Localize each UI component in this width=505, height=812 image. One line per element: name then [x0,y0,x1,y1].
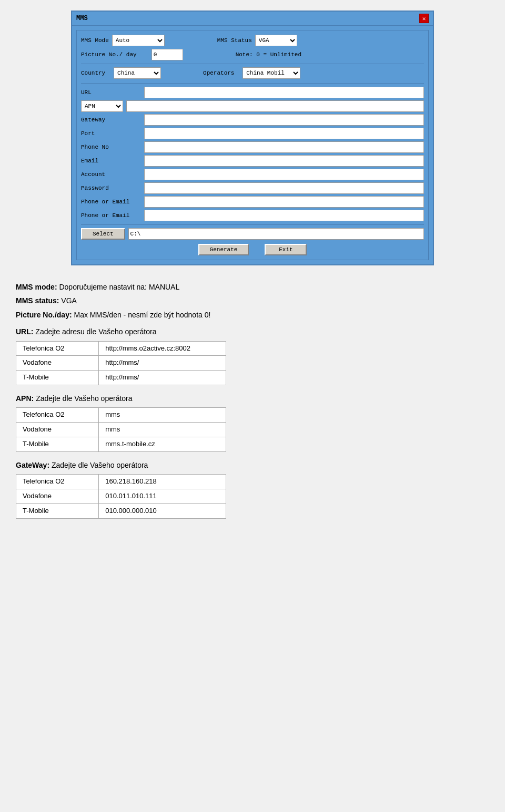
operators-label: Operators [203,70,234,76]
email-row: Email [81,155,424,167]
phone-email-row1: Phone or Email [81,196,424,208]
password-input[interactable] [144,182,424,194]
url-info-label: URL: [16,327,33,336]
apn-row: APN [81,100,424,112]
value-cell: 010.000.000.010 [99,503,226,518]
url-input[interactable] [144,87,424,98]
table-row: Telefonica O2160.218.160.218 [16,475,226,489]
mms-status-label: MMS Status [217,37,252,44]
title-bar: MMS ✕ [72,12,433,26]
phone-email-input1[interactable] [144,196,424,208]
apn-table: Telefonica O2mmsVodafonemmsT-Mobilemms.t… [16,407,226,451]
gateway-info-desc: Zadejte dle Vašeho operátora [52,461,148,469]
pic-no-input[interactable] [152,49,183,60]
value-cell: mms [99,423,226,437]
mms-status-info-label: MMS status: [16,296,59,305]
file-path-input[interactable] [128,228,424,240]
pic-day-info-heading: Picture No./day: Max MMS/den - nesmí zde… [16,309,489,321]
value-cell: mms [99,408,226,423]
country-group: Country China [81,67,161,79]
operators-select[interactable]: China Mobil [243,67,300,79]
country-row: Country China Operators China Mobil [81,67,424,79]
account-row: Account [81,169,424,180]
mms-dialog: MMS ✕ MMS Mode Auto Manual MMS Status [71,11,434,265]
gateway-input[interactable] [144,114,424,126]
mms-mode-select[interactable]: Auto Manual [112,35,165,46]
operator-cell: Vodafone [16,356,99,371]
table-row: Vodafonehttp://mms/ [16,356,226,371]
mms-content: MMS Mode Auto Manual MMS Status VGA QVGA [72,26,433,264]
port-input[interactable] [144,128,424,139]
mms-status-info-heading: MMS status: VGA [16,295,489,306]
mms-status-select[interactable]: VGA QVGA [255,35,297,46]
pic-day-info-desc: Max MMS/den - nesmí zde být hodnota 0! [74,311,210,319]
close-button[interactable]: ✕ [419,14,429,23]
country-label: Country [81,70,105,76]
note-text: Note: 0 = Unlimited [236,52,301,58]
apn-select[interactable]: APN [81,100,123,112]
operators-group: Operators China Mobil [203,67,300,79]
table-row: Vodafonemms [16,423,226,437]
mms-mode-info-desc: Doporučujeme nastavit na: MANUAL [59,283,179,291]
port-row: Port [81,128,424,139]
mms-mode-label: MMS Mode [81,37,109,44]
operator-cell: Telefonica O2 [16,341,99,356]
url-row: URL [81,87,424,98]
operator-cell: Telefonica O2 [16,408,99,423]
mms-mode-info-label: MMS mode: [16,283,57,291]
table-row: Telefonica O2http://mms.o2active.cz:8002 [16,341,226,356]
gateway-row: GateWay [81,114,424,126]
phone-email-input2[interactable] [144,210,424,221]
mms-mode-info-heading: MMS mode: Doporučujeme nastavit na: MANU… [16,281,489,293]
mms-mode-group: MMS Mode Auto Manual [81,35,165,46]
value-cell: http://mms/ [99,356,226,371]
info-section: MMS mode: Doporučujeme nastavit na: MANU… [5,276,500,531]
operator-cell: Vodafone [16,423,99,437]
operator-cell: T-Mobile [16,503,99,518]
value-cell: http://mms.o2active.cz:8002 [99,341,226,356]
mms-status-group: MMS Status VGA QVGA [217,35,297,46]
page-wrapper: MMS ✕ MMS Mode Auto Manual MMS Status [0,0,505,537]
apn-info-heading: APN: Zadejte dle Vašeho operátora [16,393,489,404]
account-input[interactable] [144,169,424,180]
bottom-btn-row: Generate Exit [81,244,424,255]
pic-day-info-label: Picture No./day: [16,311,72,319]
mms-status-info-desc: VGA [61,296,77,305]
mode-status-row: MMS Mode Auto Manual MMS Status VGA QVGA [81,35,424,46]
value-cell: http://mms/ [99,371,226,385]
value-cell: 160.218.160.218 [99,475,226,489]
apn-input[interactable] [126,100,424,112]
password-label: Password [81,185,144,191]
table-row: T-Mobilehttp://mms/ [16,371,226,385]
url-info-desc: Zadejte adresu dle Vašeho operátora [35,327,156,336]
port-label: Port [81,130,144,137]
operator-cell: T-Mobile [16,371,99,385]
country-select[interactable]: China [114,67,161,79]
file-row: Select [81,228,424,240]
email-input[interactable] [144,155,424,167]
url-label: URL [81,89,144,96]
gateway-info-heading: GateWay: Zadejte dle Vašeho operátora [16,459,489,471]
exit-button[interactable]: Exit [265,244,307,255]
operator-cell: Vodafone [16,489,99,503]
pic-no-label: Picture No./ day [81,52,137,58]
generate-button[interactable]: Generate [198,244,249,255]
apn-info-desc: Zadejte dle Vašeho operátora [36,394,132,403]
table-row: T-Mobile010.000.000.010 [16,503,226,518]
value-cell: mms.t-mobile.cz [99,437,226,451]
table-row: Vodafone010.011.010.111 [16,489,226,503]
phone-no-label: Phone No [81,144,144,150]
operator-cell: T-Mobile [16,437,99,451]
operator-cell: Telefonica O2 [16,475,99,489]
gateway-label: GateWay [81,117,144,123]
select-button[interactable]: Select [81,228,125,240]
phone-no-input[interactable] [144,141,424,153]
phone-email-label2: Phone or Email [81,212,144,219]
mms-group-box: MMS Mode Auto Manual MMS Status VGA QVGA [76,30,429,260]
url-info-heading: URL: Zadejte adresu dle Vašeho operátora [16,326,489,337]
window-title: MMS [76,15,88,22]
table-row: Telefonica O2mms [16,408,226,423]
apn-info-label: APN: [16,394,34,403]
phone-email-row2: Phone or Email [81,210,424,221]
pic-row: Picture No./ day Note: 0 = Unlimited [81,49,424,60]
